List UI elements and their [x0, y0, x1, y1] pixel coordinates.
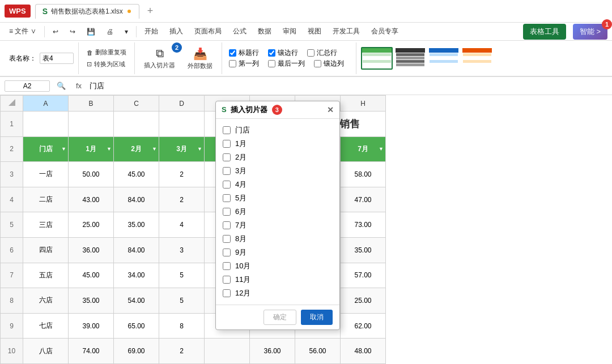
- menu-formula[interactable]: 公式: [228, 24, 251, 38]
- dropdown-arrow-jan[interactable]: ▼: [107, 146, 112, 152]
- cell-jan-9[interactable]: 39.00: [69, 313, 114, 339]
- menu-more[interactable]: ▾: [120, 25, 133, 38]
- cell-feb-10[interactable]: 69.00: [114, 339, 159, 364]
- cell-feb-3[interactable]: 45.00: [114, 162, 159, 187]
- cell-store-5[interactable]: 三店: [23, 212, 69, 238]
- cell-jun-10[interactable]: 56.00: [295, 339, 341, 364]
- slicer-item-jan[interactable]: 1月: [223, 137, 333, 151]
- cell-A1[interactable]: [23, 112, 69, 137]
- table-name-input[interactable]: [40, 53, 74, 64]
- menu-page-layout[interactable]: 页面布局: [190, 24, 226, 38]
- cb-border-row-input[interactable]: [268, 49, 275, 57]
- cell-jul-9[interactable]: 62.00: [341, 313, 386, 339]
- slicer-cb-mar[interactable]: [223, 167, 231, 175]
- cell-jul-5[interactable]: 73.00: [341, 212, 386, 238]
- slicer-item-may[interactable]: 5月: [223, 191, 333, 205]
- table-tools-button[interactable]: 表格工具: [523, 24, 566, 40]
- cell-store-3[interactable]: 一店: [23, 162, 69, 187]
- slicer-item-nov[interactable]: 11月: [223, 273, 333, 286]
- to-range-button[interactable]: ⊡ 转换为区域: [83, 59, 130, 70]
- col-header-H[interactable]: H: [341, 96, 386, 112]
- dropdown-arrow-jul[interactable]: ▼: [379, 146, 384, 152]
- dropdown-arrow-mar[interactable]: ▼: [197, 146, 202, 152]
- cell-feb-5[interactable]: 35.00: [114, 212, 159, 238]
- col-header-A[interactable]: A: [23, 96, 69, 112]
- external-data-button[interactable]: 📥 外部数据: [183, 45, 217, 72]
- cell-D1[interactable]: [159, 112, 205, 137]
- slicer-cb-sep[interactable]: [223, 249, 231, 256]
- cb-last-col-input[interactable]: [268, 60, 275, 67]
- active-tab[interactable]: S 销售数据动态表格1.xlsx: [35, 4, 139, 19]
- slicer-item-sep[interactable]: 9月: [223, 246, 333, 259]
- style-swatch-dark[interactable]: [394, 47, 426, 70]
- cell-jan-3[interactable]: 50.00: [69, 162, 114, 187]
- slicer-cancel-button[interactable]: 取消: [301, 310, 333, 325]
- cb-first-col-input[interactable]: [229, 60, 236, 67]
- cell-reference-input[interactable]: [5, 80, 50, 92]
- slicer-item-mar[interactable]: 3月: [223, 164, 333, 178]
- style-swatch-green[interactable]: [361, 47, 393, 70]
- style-swatch-orange[interactable]: [461, 47, 493, 70]
- cell-mar-8[interactable]: 5: [159, 288, 205, 314]
- slicer-confirm-button[interactable]: 确定: [264, 310, 296, 325]
- cell-jul-7[interactable]: 57.00: [341, 263, 386, 288]
- slicer-close-button[interactable]: ✕: [327, 105, 334, 114]
- col-header-B[interactable]: B: [69, 96, 114, 112]
- cell-mar-10[interactable]: 2: [159, 339, 205, 364]
- menu-redo-icon[interactable]: ↪: [65, 25, 80, 38]
- cell-jan-8[interactable]: 35.00: [69, 288, 114, 314]
- add-tab-button[interactable]: +: [144, 5, 157, 17]
- slicer-cb-apr[interactable]: [223, 181, 231, 189]
- cb-total-row-input[interactable]: [307, 49, 314, 57]
- cell-jan-5[interactable]: 25.00: [69, 212, 114, 238]
- cell-feb-9[interactable]: 65.00: [114, 313, 159, 339]
- slicer-cb-may[interactable]: [223, 194, 231, 202]
- cell-jul-10[interactable]: 48.00: [341, 339, 386, 364]
- header-cell-jan[interactable]: 1月▼: [69, 136, 114, 162]
- insert-slicer-button[interactable]: ⧉ 插入切片器 2: [139, 45, 180, 72]
- dropdown-arrow-feb[interactable]: ▼: [152, 146, 157, 152]
- cell-jul-4[interactable]: 47.00: [341, 187, 386, 212]
- cell-jan-10[interactable]: 74.00: [69, 339, 114, 364]
- cell-store-9[interactable]: 七店: [23, 313, 69, 339]
- cell-jul-6[interactable]: 35.00: [341, 237, 386, 263]
- cell-feb-7[interactable]: 34.00: [114, 263, 159, 288]
- header-cell-feb[interactable]: 2月▼: [114, 136, 159, 162]
- slicer-item-jun[interactable]: 6月: [223, 205, 333, 219]
- slicer-cb-dec[interactable]: [223, 289, 231, 297]
- menu-review[interactable]: 审阅: [278, 24, 301, 38]
- cell-store-6[interactable]: 四店: [23, 237, 69, 263]
- slicer-cb-jul[interactable]: [223, 221, 231, 229]
- menu-dev-tools[interactable]: 开发工具: [328, 24, 364, 38]
- cell-apr-10[interactable]: [205, 339, 250, 364]
- menu-insert[interactable]: 插入: [165, 24, 188, 38]
- cell-mar-6[interactable]: 3: [159, 237, 205, 263]
- slicer-item-store[interactable]: 门店: [223, 123, 333, 137]
- slicer-item-dec[interactable]: 12月: [223, 286, 333, 300]
- menu-file[interactable]: ≡ 文件 ∨: [5, 24, 41, 38]
- slicer-item-aug[interactable]: 8月: [223, 232, 333, 246]
- menu-start[interactable]: 开始: [140, 24, 163, 38]
- dropdown-arrow-store[interactable]: ▼: [61, 146, 66, 152]
- header-cell-jul[interactable]: 7月▼: [341, 136, 386, 162]
- menu-undo-icon[interactable]: ↩: [48, 25, 63, 38]
- cell-store-4[interactable]: 二店: [23, 187, 69, 212]
- header-cell-mar[interactable]: 3月▼: [159, 136, 205, 162]
- cell-jan-7[interactable]: 45.00: [69, 263, 114, 288]
- cell-jan-6[interactable]: 36.00: [69, 237, 114, 263]
- header-cell-store[interactable]: 门店▼: [23, 136, 69, 162]
- slicer-cb-jan[interactable]: [223, 140, 231, 148]
- cell-jan-4[interactable]: 43.00: [69, 187, 114, 212]
- cell-mar-7[interactable]: 5: [159, 263, 205, 288]
- cell-store-8[interactable]: 六店: [23, 288, 69, 314]
- cell-jul-8[interactable]: 25.00: [341, 288, 386, 314]
- cell-jul-3[interactable]: 58.00: [341, 162, 386, 187]
- cell-feb-8[interactable]: 54.00: [114, 288, 159, 314]
- cell-store-10[interactable]: 八店: [23, 339, 69, 364]
- menu-data[interactable]: 数据: [253, 24, 276, 38]
- slicer-cb-feb[interactable]: [223, 153, 231, 161]
- menu-vip[interactable]: 会员专享: [367, 24, 403, 38]
- cell-mar-3[interactable]: 2: [159, 162, 205, 187]
- cell-may-10[interactable]: 36.00: [250, 339, 295, 364]
- cell-mar-5[interactable]: 4: [159, 212, 205, 238]
